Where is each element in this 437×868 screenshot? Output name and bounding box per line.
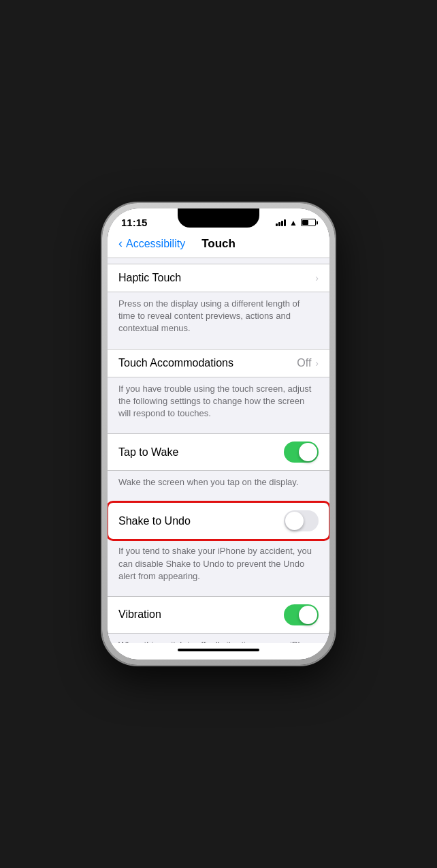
tap-to-wake-label: Tap to Wake <box>118 446 284 459</box>
vibration-toggle-knob <box>299 606 317 624</box>
touch-accommodations-row[interactable]: Touch Accommodations Off › <box>108 349 329 377</box>
touch-accommodations-section: Touch Accommodations Off › If you have t… <box>108 349 329 429</box>
settings-content: Haptic Touch › Press on the display usin… <box>108 258 329 643</box>
shake-to-undo-toggle-knob <box>285 512 304 530</box>
home-indicator <box>108 643 329 660</box>
status-icons: ▲ <box>276 218 316 228</box>
home-bar <box>178 649 259 651</box>
page-title: Touch <box>118 237 319 251</box>
phone-inner: 11:15 ▲ ‹ Ac <box>108 208 329 660</box>
shake-to-undo-description: If you tend to shake your iPhone by acci… <box>108 540 329 591</box>
signal-icon <box>276 219 286 226</box>
battery-icon <box>301 219 316 226</box>
shake-to-undo-toggle[interactable] <box>284 510 319 531</box>
group-spacer-3 <box>108 428 329 433</box>
group-spacer-4 <box>108 497 329 502</box>
group-spacer-2 <box>108 343 329 349</box>
haptic-touch-label: Haptic Touch <box>118 272 315 284</box>
vibration-toggle[interactable] <box>284 604 319 625</box>
shake-to-undo-row[interactable]: Shake to Undo <box>108 502 329 540</box>
haptic-touch-section: Haptic Touch › Press on the display usin… <box>108 264 329 343</box>
status-time: 11:15 <box>121 217 147 228</box>
touch-accommodations-description: If you have trouble using the touch scre… <box>108 377 329 429</box>
tap-to-wake-toggle[interactable] <box>284 441 319 463</box>
vibration-description: When this switch is off, all vibration o… <box>108 634 329 643</box>
vibration-section: Vibration When this switch is off, all v… <box>108 596 329 643</box>
touch-accommodations-chevron-icon: › <box>315 358 319 369</box>
tap-to-wake-section: Tap to Wake Wake the screen when you tap… <box>108 433 329 497</box>
shake-to-undo-label: Shake to Undo <box>118 515 284 527</box>
tap-to-wake-toggle-knob <box>299 443 317 461</box>
vibration-row[interactable]: Vibration <box>108 596 329 634</box>
group-spacer-1 <box>108 258 329 264</box>
touch-accommodations-label: Touch Accommodations <box>118 357 297 369</box>
tap-to-wake-row[interactable]: Tap to Wake <box>108 433 329 471</box>
vibration-label: Vibration <box>118 608 284 621</box>
touch-accommodations-value: Off <box>297 357 311 369</box>
haptic-touch-row[interactable]: Haptic Touch › <box>108 264 329 292</box>
group-spacer-5 <box>108 591 329 596</box>
phone-frame: 11:15 ▲ ‹ Ac <box>102 203 335 665</box>
wifi-icon: ▲ <box>289 218 297 228</box>
notch <box>178 208 259 228</box>
tap-to-wake-description: Wake the screen when you tap on the disp… <box>108 471 329 497</box>
nav-header: ‹ Accessibility Touch <box>108 231 329 258</box>
shake-to-undo-section: Shake to Undo If you tend to shake your … <box>108 502 329 591</box>
haptic-touch-description: Press on the display using a different l… <box>108 292 329 343</box>
screen: 11:15 ▲ ‹ Ac <box>108 208 329 660</box>
haptic-touch-chevron-icon: › <box>315 273 319 283</box>
